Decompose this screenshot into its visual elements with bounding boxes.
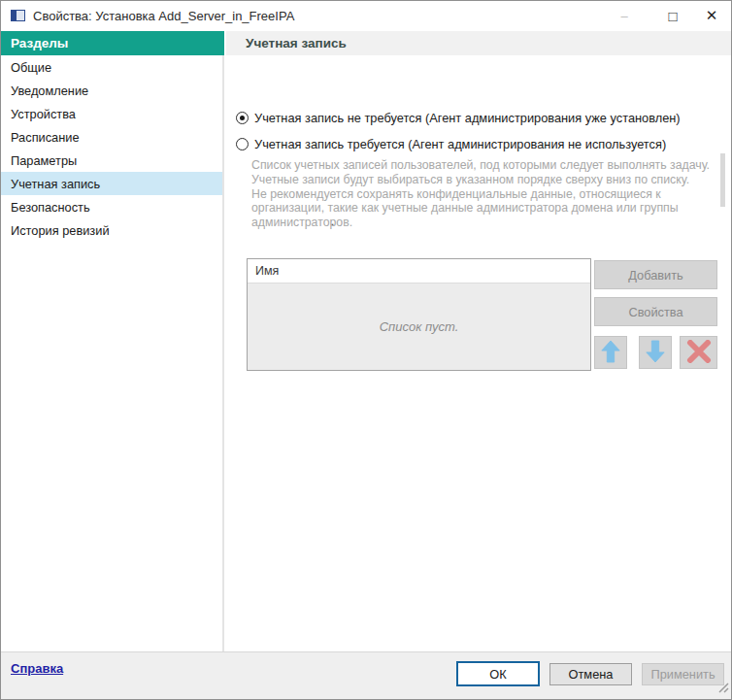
radio-account-required[interactable]: Учетная запись требуется (Агент админист… — [236, 137, 666, 151]
arrow-up-icon — [600, 340, 621, 366]
maximize-icon[interactable]: □ — [657, 1, 688, 30]
description-scrollbar[interactable] — [720, 153, 725, 207]
sidebar-item-account[interactable]: Учетная запись — [1, 172, 222, 195]
sidebar-item-schedule[interactable]: Расписание — [1, 125, 222, 149]
move-up-button[interactable] — [594, 336, 627, 369]
column-header-name[interactable]: Имя — [248, 259, 590, 283]
delete-button[interactable] — [680, 336, 717, 369]
sidebar-header: Разделы — [1, 31, 224, 55]
main-content: Учетная запись не требуется (Агент админ… — [226, 55, 730, 651]
arrow-down-icon — [645, 340, 666, 366]
resize-grip[interactable] — [717, 680, 729, 697]
accounts-list: Имя Список пуст. — [247, 258, 591, 371]
sidebar-item-devices[interactable]: Устройства — [1, 102, 222, 125]
sidebar-item-notification[interactable]: Уведомление — [1, 79, 222, 102]
stray-dot: . — [331, 215, 334, 228]
close-icon[interactable]: ✕ — [696, 1, 727, 30]
page-title: Учетная запись — [226, 31, 731, 55]
add-button[interactable]: Добавить — [594, 260, 717, 289]
help-link[interactable]: Справка — [11, 661, 63, 676]
sidebar-item-revision-history[interactable]: История ревизий — [1, 218, 222, 242]
apply-button[interactable]: Применить — [642, 663, 724, 685]
window-icon — [11, 10, 25, 21]
minimize-icon[interactable]: – — [609, 1, 640, 30]
sidebar-item-security[interactable]: Безопасность — [1, 195, 222, 218]
cancel-button[interactable]: Отмена — [549, 663, 632, 685]
sidebar: Общие Уведомление Устройства Расписание … — [1, 55, 224, 651]
radio-selected-icon[interactable] — [236, 112, 249, 124]
properties-dialog: Свойства: Установка Add_Server_in_FreeIP… — [0, 0, 732, 700]
radio-label: Учетная запись требуется (Агент админист… — [254, 137, 666, 151]
properties-button[interactable]: Свойства — [594, 297, 717, 326]
delete-x-icon — [686, 340, 712, 366]
footer: Справка ОК Отмена Применить — [1, 651, 731, 699]
ok-button[interactable]: ОК — [456, 661, 540, 686]
sidebar-item-parameters[interactable]: Параметры — [1, 149, 222, 172]
move-down-button[interactable] — [639, 336, 672, 369]
empty-list-text: Список пуст. — [248, 283, 590, 370]
window-title: Свойства: Установка Add_Server_in_FreeIP… — [33, 9, 294, 23]
radio-label: Учетная запись не требуется (Агент админ… — [254, 111, 681, 125]
account-description: Список учетных записей пользователей, по… — [251, 158, 725, 230]
titlebar: Свойства: Установка Add_Server_in_FreeIP… — [1, 1, 731, 30]
radio-unselected-icon[interactable] — [236, 138, 249, 150]
sidebar-item-general[interactable]: Общие — [1, 55, 222, 79]
radio-account-not-required[interactable]: Учетная запись не требуется (Агент админ… — [236, 111, 681, 125]
